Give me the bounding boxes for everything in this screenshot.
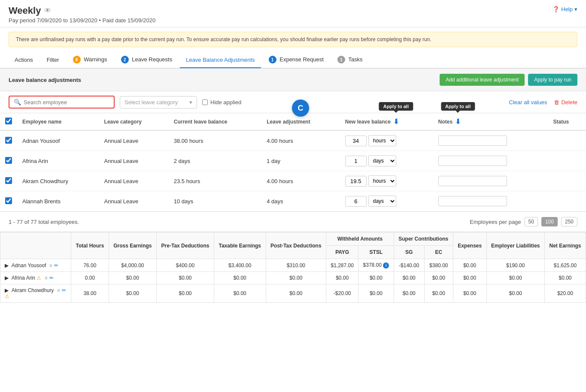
employer-liabilities-cell: $190.00 [486,259,545,272]
table-row: Afrina Arin Annual Leave 2 days 1 day da… [0,151,586,171]
add-additional-leave-button[interactable]: Add additional leave adjustment [440,74,525,86]
withheld-amounts-group-header: Withheld Amounts [326,232,394,246]
apply-to-all-tooltip-2: Apply to all [441,102,475,111]
tab-bar: Actions Filter 8 Warnings 2 Leave Reques… [0,51,586,69]
leave-category-cell: Annual Leave [99,171,169,191]
col-notes: Notes Apply to all ⬇ [433,113,548,130]
new-balance-input[interactable] [345,136,367,146]
per-page-100[interactable]: 100 [541,217,558,226]
earnings-row: ▶ Adnan Yousoof ≡ ✏ 76.00 $4,000.00 $400… [0,259,586,272]
payg-cell: $1,287.00 [326,259,358,272]
col-post-tax-header: Post-Tax Deductions [266,232,326,259]
row-checkbox-cell [0,171,17,191]
pre-tax-cell: $0.00 [157,284,214,303]
adjustment-table-wrapper: Employee name Leave category Current lea… [0,113,586,211]
gross-earnings-cell: $0.00 [109,272,156,284]
notes-icon[interactable]: ≡ [49,262,52,268]
expand-button[interactable]: ▶ [5,287,9,293]
status-cell [548,191,586,211]
tab-expense-request[interactable]: 1 Expense Request [263,51,330,69]
new-balance-input[interactable] [345,196,367,207]
net-earnings-cell: $1,625.00 [545,259,586,272]
select-all-checkbox[interactable] [5,118,12,124]
tab-warnings[interactable]: 8 Warnings [67,51,113,69]
info-icon[interactable]: i [383,262,389,268]
tab-leave-requests[interactable]: 2 Leave Requests [115,51,179,69]
new-balance-input[interactable] [345,176,367,187]
edit-icon[interactable]: ✏ [62,287,66,293]
leave-category-select[interactable]: Select leave category ▾ [120,96,197,109]
col-total-hours-header: Total Hours [71,232,109,259]
edit-icon[interactable]: ✏ [49,275,54,281]
expand-button[interactable]: ▶ [5,275,9,281]
table-row: Adnan Yousoof Annual Leave 38.00 hours 4… [0,130,586,151]
tab-tasks[interactable]: 1 Tasks [331,51,369,69]
pagination-summary: 1 - 77 of 77 total employees. [9,219,79,225]
notes-cell [433,171,548,191]
expand-button[interactable]: ▶ [5,262,9,268]
notes-input[interactable] [438,196,507,206]
edit-icon[interactable]: ✏ [54,262,58,268]
payg-cell: -$20.00 [326,284,358,303]
payg-cell: $0.00 [326,272,358,284]
new-balance-input[interactable] [345,156,367,166]
clear-all-values-link[interactable]: Clear all values [509,99,547,106]
new-balance-cell: days hours [340,191,433,211]
sg-cell: $0.00 [394,272,424,284]
unit-select[interactable]: days hours [368,196,396,207]
ec-cell: $0.00 [424,284,453,303]
row-checkbox[interactable] [5,157,12,164]
row-icons: ≡ ✏ [57,287,66,293]
per-page-250[interactable]: 250 [561,217,577,226]
row-checkbox[interactable] [5,137,12,144]
help-icon: ❓ [553,6,559,12]
notes-icon[interactable]: ≡ [45,275,48,281]
search-employee-input[interactable] [24,99,109,106]
leave-section-header: Leave balance adjustments Add additional… [0,69,586,91]
notes-input[interactable] [438,136,507,146]
employee-name-cell: Akram Chowdhury [17,171,99,191]
tab-filter[interactable]: Filter [41,52,65,68]
eye-icon[interactable]: 👁 [44,7,51,15]
unit-select[interactable]: hours days [368,175,396,187]
page-title: Weekly [9,5,41,16]
help-link[interactable]: ❓ Help ▾ [553,6,577,12]
notes-cell [433,151,548,171]
unit-select[interactable]: days hours [368,155,396,166]
new-balance-cell: hours days [340,130,433,151]
col-expenses-header: Expenses [453,232,486,259]
apply-to-all-notes-icon[interactable]: ⬇ [455,118,461,125]
new-balance-cell: days hours [340,151,433,171]
delete-link[interactable]: 🗑 Delete [554,99,577,106]
taxable-earnings-cell: $0.00 [214,272,266,284]
tab-actions[interactable]: Actions [9,52,39,68]
hide-applied-checkbox[interactable] [202,100,208,105]
col-leave-category: Leave category [99,113,169,130]
earnings-name-cell: ▶ Adnan Yousoof ≡ ✏ [0,259,71,272]
notes-icon[interactable]: ≡ [57,287,60,293]
ec-cell: $0.00 [424,272,453,284]
hide-applied-wrapper: Hide applied [202,99,241,106]
row-checkbox[interactable] [5,197,12,204]
taxable-earnings-cell: $3,400.00 [214,259,266,272]
pre-tax-cell: $400.00 [157,259,214,272]
employer-liabilities-cell: $0.00 [486,284,545,303]
col-new-leave-balance: New leave balance Apply to all ⬇ [340,113,433,130]
apply-to-pay-run-button[interactable]: Apply to pay run [528,74,577,86]
search-right-actions: Clear all values 🗑 Delete [509,99,577,106]
apply-to-all-new-balance-icon[interactable]: ⬇ [393,118,399,125]
stsl-cell: $378.00 i [358,259,394,272]
col-sg-header: SG [394,246,424,259]
notes-input[interactable] [438,156,507,166]
hide-applied-label: Hide applied [210,99,241,106]
tab-leave-balance-adjustments[interactable]: Leave Balance Adjustments [180,52,261,68]
notes-input[interactable] [438,176,507,186]
sg-cell: $0.00 [394,284,424,303]
trash-icon: 🗑 [554,99,559,106]
row-checkbox[interactable] [5,177,12,184]
apply-to-all-tooltip-1: Apply to all [379,102,413,111]
per-page-50[interactable]: 50 [525,217,538,226]
net-earnings-cell: $20.00 [545,284,586,303]
row-checkbox-cell [0,191,17,211]
unit-select[interactable]: hours days [368,135,396,146]
